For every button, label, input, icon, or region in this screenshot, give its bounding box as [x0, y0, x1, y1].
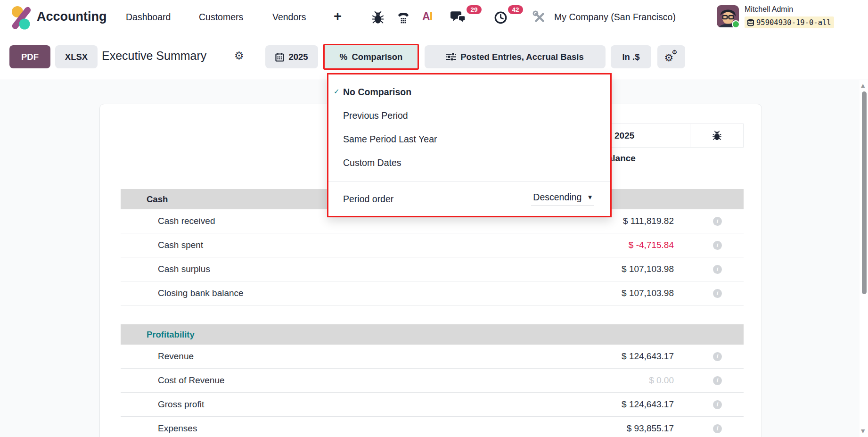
row-label[interactable]: Closing bank balance [158, 288, 244, 298]
comparison-filter-label: Comparison [352, 52, 402, 62]
row-label[interactable]: Cash spent [158, 240, 203, 250]
info-icon[interactable]: i [713, 400, 722, 409]
menu-item-previous-period[interactable]: Previous Period [328, 104, 610, 127]
comparison-dropdown-menu: ✓ No Comparison Previous Period Same Per… [327, 73, 612, 217]
table-row: Cash spent $ -4,715.84 i [121, 233, 744, 257]
nav-item-vendors[interactable]: Vendors [272, 12, 306, 23]
row-label[interactable]: Gross profit [158, 399, 204, 410]
row-label[interactable]: Cash surplus [158, 264, 210, 274]
bug-icon [712, 130, 722, 141]
page-title: Executive Summary [102, 49, 206, 63]
options-filter-label: Posted Entries, Accrual Basis [460, 52, 584, 62]
nav-item-dashboard[interactable]: Dashboard [126, 12, 171, 23]
menu-item-label: No Comparison [343, 87, 411, 98]
table-row: Expenses $ 93,855.17 i [121, 417, 744, 437]
table-row: Closing bank balance $ 107,103.98 i [121, 281, 744, 305]
sliders-icon [446, 53, 456, 61]
period-order-label: Period order [343, 194, 393, 205]
row-value: $ 124,643.17 [622, 351, 674, 362]
chevron-down-icon: ▼ [588, 195, 592, 200]
row-value: $ 124,643.17 [622, 399, 674, 410]
info-icon[interactable]: i [713, 265, 722, 274]
online-status-dot [732, 20, 740, 28]
row-label[interactable]: Expenses [158, 423, 197, 434]
nav-item-customers[interactable]: Customers [199, 12, 243, 23]
activity-badge: 42 [507, 4, 524, 15]
db-version-text: 95904930-19-0-all [756, 18, 831, 27]
user-name[interactable]: Mitchell Admin [745, 5, 793, 14]
row-value: $ -4,715.84 [629, 240, 674, 250]
row-value: $ 111,819.82 [623, 216, 674, 226]
scrollbar-thumb[interactable] [862, 91, 867, 294]
period-order-select[interactable]: Descending ▼ [531, 192, 594, 206]
row-label[interactable]: Cost of Revenue [158, 375, 225, 386]
date-filter-label: 2025 [288, 52, 308, 62]
date-filter-button[interactable]: 2025 [265, 45, 318, 68]
report-table: Cash Cash received $ 111,819.82 i Cash s… [121, 189, 744, 437]
clock-icon[interactable] [494, 11, 508, 25]
chat-icon[interactable] [450, 11, 467, 25]
section-header-profitability[interactable]: Profitability [121, 324, 744, 345]
phone-icon[interactable] [397, 11, 410, 24]
table-row: Revenue $ 124,643.17 i [121, 345, 744, 369]
odoo-logo-icon[interactable] [10, 6, 32, 30]
menu-item-same-period-last-year[interactable]: Same Period Last Year [328, 127, 610, 151]
options-filter-button[interactable]: Posted Entries, Accrual Basis [425, 45, 606, 68]
row-value: $ 107,103.98 [622, 288, 674, 298]
cogs-icon: ⚙ ⚙ [664, 50, 679, 64]
menu-item-custom-dates[interactable]: Custom Dates [328, 151, 610, 174]
comparison-filter-button[interactable]: % Comparison [323, 44, 419, 70]
tools-icon[interactable] [532, 10, 547, 25]
pdf-button[interactable]: PDF [9, 45, 50, 68]
plus-icon[interactable]: + [334, 8, 342, 24]
page: Accounting Dashboard Customers Vendors + [0, 0, 868, 437]
gear-icon[interactable]: ⚙ [234, 49, 244, 62]
info-icon[interactable]: i [713, 217, 722, 226]
check-icon: ✓ [334, 87, 340, 96]
scroll-up-arrow[interactable]: ▲ [861, 82, 865, 89]
menu-item-label: Same Period Last Year [343, 134, 437, 145]
percent-icon: % [340, 52, 348, 62]
period-order-row: Period order Descending ▼ [328, 182, 610, 206]
app-name[interactable]: Accounting [37, 9, 107, 24]
info-icon[interactable]: i [713, 376, 722, 385]
info-icon[interactable]: i [713, 352, 722, 361]
menu-item-no-comparison[interactable]: ✓ No Comparison [328, 80, 610, 104]
row-label[interactable]: Revenue [158, 351, 194, 362]
table-row: Cost of Revenue $ 0.00 i [121, 369, 744, 393]
ai-icon[interactable]: AI [422, 10, 432, 23]
table-row: Gross profit $ 124,643.17 i [121, 393, 744, 417]
row-value: $ 0.00 [649, 375, 674, 386]
scroll-down-arrow[interactable]: ▼ [861, 428, 865, 434]
bug-icon[interactable] [371, 10, 385, 25]
table-row: Cash surplus $ 107,103.98 i [121, 257, 744, 281]
info-icon[interactable]: i [713, 241, 722, 250]
db-version-pill: 95904930-19-0-all [745, 16, 834, 28]
top-navbar: Accounting Dashboard Customers Vendors + [0, 0, 868, 35]
row-value: $ 107,103.98 [622, 264, 674, 274]
database-icon [747, 19, 754, 26]
menu-item-label: Previous Period [343, 110, 408, 121]
company-switcher[interactable]: My Company (San Francisco) [554, 12, 676, 23]
info-icon[interactable]: i [713, 289, 722, 298]
row-value: $ 93,855.17 [627, 423, 674, 434]
calendar-icon [275, 52, 284, 62]
row-label[interactable]: Cash received [158, 216, 215, 226]
chat-badge: 29 [466, 4, 483, 15]
info-icon[interactable]: i [713, 424, 722, 433]
menu-item-label: Custom Dates [343, 157, 401, 168]
report-settings-button[interactable]: ⚙ ⚙ [657, 45, 685, 68]
currency-filter-button[interactable]: In .$ [611, 45, 651, 68]
period-order-value: Descending [533, 192, 581, 203]
section-spacer [121, 305, 744, 324]
xlsx-button[interactable]: XLSX [55, 45, 98, 68]
column-header-debug-cell[interactable] [690, 124, 744, 148]
